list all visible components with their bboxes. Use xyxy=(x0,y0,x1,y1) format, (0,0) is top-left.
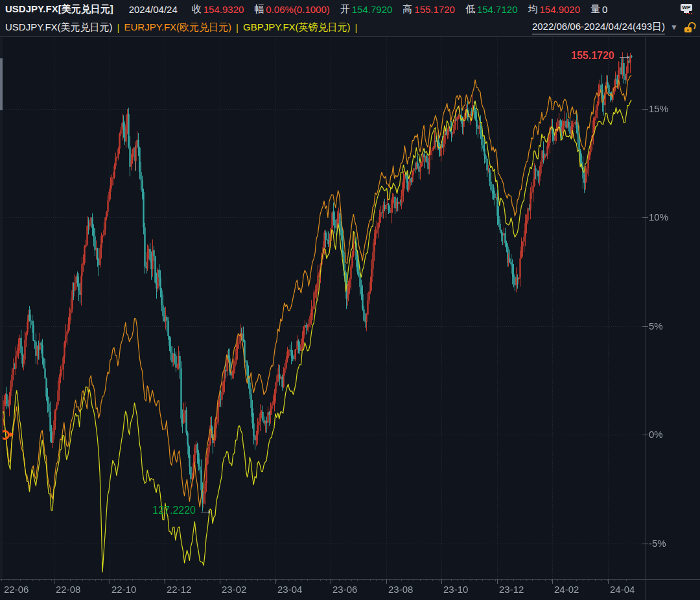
quote-field-value: 0 xyxy=(602,4,607,15)
high-price-label: 155.1720 xyxy=(571,50,614,62)
fx-chart-window: USDJPY.FX[美元兑日元] 2024/04/24 收154.9320幅0.… xyxy=(0,0,700,600)
right-arrow-icon: → xyxy=(616,49,633,62)
x-axis-label: 22-12 xyxy=(167,584,191,595)
high-price-annotation: 155.1720 → xyxy=(571,49,627,62)
quote-field-value: 154.7120 xyxy=(477,4,518,15)
legend-separator: | xyxy=(117,22,120,33)
x-axis-label: 22-06 xyxy=(4,584,29,595)
legend-item[interactable]: GBPJPY.FX(英镑兑日元) xyxy=(243,21,351,34)
price-chart-canvas[interactable] xyxy=(0,37,700,600)
quote-field-label: 开 xyxy=(340,3,350,16)
lock-keyhole xyxy=(687,29,689,31)
x-axis-label: 22-08 xyxy=(56,584,80,595)
quote-date: 2024/04/24 xyxy=(129,4,178,15)
right-arrow-icon: → xyxy=(198,504,215,517)
range-controls: 2022/06/06-2024/04/24(493日) ▼ xyxy=(532,21,700,34)
legend-item[interactable]: USDJPY.FX(美元兑日元) xyxy=(5,21,113,34)
quote-fields: 收154.9320幅0.06%(0.1000)开154.7920高155.172… xyxy=(192,3,618,16)
legend-bar: USDJPY.FX(美元兑日元)|EURJPY.FX(欧元兑日元)|GBPJPY… xyxy=(0,18,700,37)
date-range-button[interactable]: 2022/06/06-2024/04/24(493日) xyxy=(532,21,665,34)
low-price-label: 127.2220 xyxy=(152,505,196,516)
y-axis-label: 15% xyxy=(649,103,668,114)
x-axis-label: 23-02 xyxy=(222,584,246,595)
x-axis-label: 24-02 xyxy=(554,584,579,595)
chart-area[interactable]: 22-0622-0822-1022-1223-0223-0423-0623-08… xyxy=(0,37,700,600)
quote-bar: USDJPY.FX[美元兑日元] 2024/04/24 收154.9320幅0.… xyxy=(0,0,700,18)
quote-field-label: 高 xyxy=(402,3,412,16)
wp-badge-dots xyxy=(686,13,694,14)
y-axis-label: 10% xyxy=(649,211,668,222)
quote-field-value: 154.9020 xyxy=(539,4,580,15)
legend-items: USDJPY.FX(美元兑日元)|EURJPY.FX(欧元兑日元)|GBPJPY… xyxy=(5,21,362,34)
scrollbar-thumb[interactable] xyxy=(0,58,3,110)
x-axis-label: 23-08 xyxy=(388,584,413,595)
quote-field-label: 量 xyxy=(590,3,600,16)
symbol-title: USDJPY.FX[美元兑日元] xyxy=(5,3,113,16)
legend-separator: | xyxy=(355,22,358,33)
series-start-marker-tail xyxy=(10,432,14,437)
x-axis-label: 23-06 xyxy=(332,584,357,595)
quote-field-value: 154.9320 xyxy=(204,4,244,15)
vertical-scrollbar[interactable] xyxy=(0,37,3,579)
quote-field-label: 均 xyxy=(528,3,537,16)
quote-field-value: 155.1720 xyxy=(414,4,455,15)
y-axis-label: -5% xyxy=(649,538,666,549)
unlock-icon[interactable] xyxy=(684,22,695,33)
x-axis-label: 23-10 xyxy=(443,584,468,595)
y-axis-label: 0% xyxy=(649,429,663,440)
quote-field-value: 154.7920 xyxy=(352,4,393,15)
y-axis-label: 5% xyxy=(649,320,663,331)
wp-badge-text: WP xyxy=(681,4,692,11)
legend-separator: | xyxy=(236,22,239,33)
x-axis-label: 22-10 xyxy=(111,584,136,595)
quote-field-label: 幅 xyxy=(254,3,264,16)
wp-badge-icon[interactable]: WP xyxy=(681,3,694,15)
x-axis-label: 23-04 xyxy=(277,584,302,595)
quote-field-label: 低 xyxy=(465,3,475,16)
low-price-annotation: 127.2220 → xyxy=(152,504,209,517)
legend-item[interactable]: EURJPY.FX(欧元兑日元) xyxy=(124,21,231,34)
dropdown-caret-icon[interactable]: ▼ xyxy=(670,23,678,32)
x-axis-label: 24-04 xyxy=(610,584,635,595)
quote-field-label: 收 xyxy=(192,3,202,16)
quote-field-value: 0.06%(0.1000) xyxy=(266,4,329,15)
x-axis-label: 23-12 xyxy=(499,584,524,595)
